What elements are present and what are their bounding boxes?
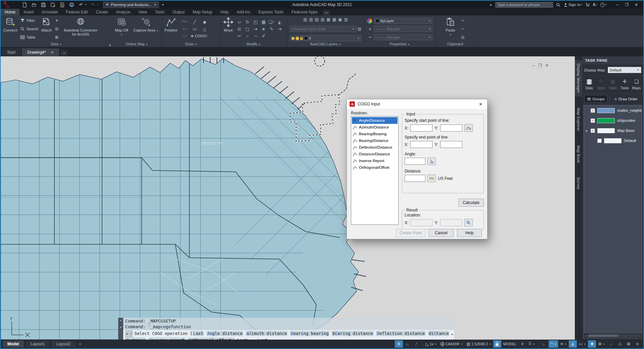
annotation-monitor-icon[interactable]: ∴ — [607, 340, 615, 348]
pick-angle-button[interactable] — [427, 157, 436, 165]
linetype-icon[interactable]: ┅ — [367, 35, 373, 40]
draw-polygon-icon[interactable]: △ — [200, 26, 210, 33]
modify-erase-icon[interactable]: ✐ — [260, 33, 268, 40]
layout-tab-model[interactable]: Model — [3, 341, 24, 347]
sign-in-button[interactable]: Sign In▾ — [563, 3, 582, 7]
layer-state-manager-icon[interactable]: ▤ — [358, 27, 361, 31]
dialog-close-icon[interactable]: ✕ — [477, 101, 485, 107]
end-x-input[interactable] — [410, 141, 432, 148]
clipboard-panel-label[interactable]: Clipboard — [435, 42, 475, 47]
layers-panel-label[interactable]: AutoCAD Layers ▼ — [287, 42, 364, 47]
command-scroll-up-icon[interactable]: ▲ — [451, 331, 453, 337]
plot-preview-icon[interactable] — [59, 2, 65, 8]
layer-freeze-icon[interactable]: ▦ — [332, 17, 336, 22]
drawing-minimize-icon[interactable]: ─ — [532, 63, 535, 68]
layout-tab-layout1[interactable]: Layout1 — [26, 341, 50, 347]
autotrack-icon[interactable]: ✛ — [395, 340, 403, 348]
routine-item[interactable]: Angle/Distance — [352, 117, 398, 124]
cancel-button[interactable]: Cancel — [429, 229, 454, 237]
draw-circle-icon[interactable]: ○▼ — [180, 26, 190, 33]
draw-cogo-button[interactable]: ⊕ COGO▼ — [190, 33, 210, 40]
data-panel-launcher-icon[interactable]: ◢ — [109, 43, 111, 46]
grid-display-icon[interactable]: # — [518, 340, 526, 348]
attach-button[interactable]: Attach — [40, 16, 53, 41]
coordinate-system[interactable]: CA83IIIF▼ — [439, 340, 464, 348]
customization-icon[interactable]: ≡ — [633, 340, 641, 348]
workspace-gear-icon[interactable]: ⚙▼ — [597, 340, 606, 348]
layer-match-icon[interactable]: ▥ — [309, 17, 313, 22]
search-input[interactable] — [495, 2, 553, 8]
scale-lock-icon[interactable] — [493, 340, 501, 348]
help-icon[interactable]: ?▾ — [600, 3, 607, 7]
expand-chevron-icon[interactable]: ∨ — [585, 129, 588, 133]
command-option-chip[interactable]: bEaring distance — [332, 331, 373, 336]
ribbon-tab-insert[interactable]: Insert — [19, 9, 38, 15]
save-as-icon[interactable] — [50, 2, 56, 8]
new-drawing-tab-button[interactable]: ＋ — [60, 50, 68, 56]
viewport-scale[interactable]: ▤1:52698.2▼ — [465, 340, 493, 348]
routine-item[interactable]: Inverse Report — [352, 157, 398, 164]
routine-item[interactable]: Bearing/Distance — [352, 137, 398, 144]
routines-list[interactable]: Angle/DistanceAzimuth/DistanceBearing/Be… — [351, 116, 399, 225]
redo-caret-icon[interactable]: ▾ — [97, 3, 99, 6]
ribbon-collapse-icon[interactable]: ▴ ▾ — [323, 10, 330, 15]
modify-scale-icon[interactable]: ▢ — [243, 26, 251, 33]
layer-off-icon[interactable]: ▣ — [338, 17, 342, 22]
modify-join-icon[interactable]: ⇥ — [251, 26, 260, 33]
online-map-panel-label[interactable]: Online Map ▼ — [112, 42, 162, 47]
drawing-restore-icon[interactable]: ❐ — [538, 63, 542, 68]
layer-checkbox[interactable]: ✓ — [591, 108, 595, 113]
legend-row[interactable]: ✓realtor_neighborhoods — [584, 105, 642, 115]
task-pane-tool-maps[interactable]: ❏Maps — [631, 77, 642, 91]
new-layout-button[interactable]: ＋ — [75, 341, 85, 347]
routine-item[interactable]: Azimuth/Distance — [352, 124, 398, 131]
display-map-dropdown[interactable]: Default▼ — [608, 67, 641, 73]
layer-checkbox[interactable] — [597, 139, 602, 143]
side-tab-survey[interactable]: Survey — [576, 174, 582, 192]
legend-row[interactable]: Default — [584, 136, 642, 146]
modify-stretch-icon[interactable]: ◰ — [251, 18, 260, 26]
redo-icon[interactable]: ↷ — [90, 2, 96, 8]
routine-item[interactable]: Bearing/Bearing — [352, 131, 398, 137]
maximize-button[interactable]: ❐ — [623, 1, 631, 8]
command-history[interactable]: Command: _MAPCGSETUP Command: '_mapcogof… — [123, 318, 454, 330]
command-option-chip[interactable]: Angle distance — [206, 331, 243, 336]
distance-input[interactable] — [405, 175, 425, 182]
command-wrench-icon[interactable]: ✐ — [120, 326, 122, 329]
osnap-tracking-icon[interactable]: ✕▼ — [559, 340, 568, 348]
draw-point-icon[interactable]: ∴▼ — [180, 33, 190, 40]
workspace-switcher[interactable]: ✳ Planning and Analysis... ▼ — [103, 2, 159, 8]
lineweight-icon[interactable]: ≡ — [367, 27, 373, 32]
ribbon-tab-map-setup[interactable]: Map Setup — [189, 9, 216, 15]
ribbon-tab-create[interactable]: Create — [92, 9, 112, 15]
file-tab-close-icon[interactable]: ✕ — [51, 50, 54, 55]
map-off-button[interactable]: Map Off▼ — [114, 16, 129, 41]
modify-edit-polyline-icon[interactable]: ✎ — [268, 26, 276, 33]
modify-mirror-icon[interactable]: ◭ — [276, 18, 284, 26]
undo-caret-icon[interactable]: ▾ — [85, 3, 87, 6]
table-button[interactable]: Table — [19, 35, 39, 40]
clean-screen-icon[interactable]: ⊞ — [625, 340, 633, 348]
draw-rectangle-icon[interactable]: ▭ — [190, 26, 200, 33]
search-feature-button[interactable]: Search — [19, 27, 39, 31]
side-tab-map-book[interactable]: Map Book — [576, 143, 582, 166]
layer-checkbox[interactable]: ✓ — [591, 129, 595, 133]
side-tab-map-explorer[interactable]: Map Explorer — [576, 105, 582, 134]
linetype-dropdown[interactable]: ———ByLayer▼ — [374, 34, 432, 40]
close-button[interactable]: ✕ — [632, 1, 641, 8]
legend-row[interactable]: ∨✓Map Base — [584, 126, 642, 136]
command-option-chip[interactable]: Deflection distance — [376, 331, 425, 336]
ribbon-tab-add-ins[interactable]: Add-ins — [233, 9, 255, 15]
ribbon-tab-feature-edit[interactable]: Feature Edit — [62, 9, 92, 15]
paste-button[interactable]: Paste▼ — [445, 16, 457, 41]
file-tab-drawing4[interactable]: Drawing4*✕ — [22, 48, 59, 56]
command-prompt-icon[interactable]: ≡ ▾ — [125, 331, 133, 337]
ribbon-tab-annotate[interactable]: Annotate — [38, 9, 62, 15]
modify-offset-icon[interactable]: ⇥ — [276, 26, 284, 33]
command-option-chip[interactable]: aZimuth distance — [246, 331, 287, 336]
capture-area-button[interactable]: Capture Area ▼ — [133, 16, 160, 41]
paste-special-icon[interactable]: ▥ — [461, 35, 464, 39]
infocenter-chevron-icon[interactable]: ▶ — [490, 3, 492, 6]
routine-item[interactable]: Orthogonal/Offset — [352, 164, 398, 171]
modify-copy-icon[interactable]: ▱ — [235, 18, 243, 26]
